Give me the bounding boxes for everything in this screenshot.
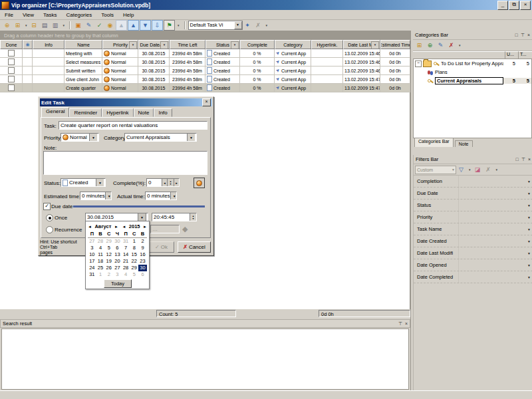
complete-step-left-icon[interactable]: ◂ bbox=[162, 179, 167, 186]
task-view-combo[interactable]: Default Task Vi ▼ bbox=[188, 21, 243, 30]
complete-spinner[interactable]: 0 ◂ ▴▾ ▸ bbox=[146, 178, 180, 187]
filter-dropdown-icon[interactable]: ▼ bbox=[527, 227, 531, 231]
filter-dropdown-icon[interactable]: ▼ bbox=[527, 215, 531, 219]
menu-help[interactable]: Help bbox=[118, 11, 138, 19]
calendar-day[interactable]: 22 bbox=[130, 258, 138, 265]
complete-task-icon[interactable]: ✓ bbox=[94, 21, 104, 30]
column-header-category[interactable]: Category bbox=[275, 40, 311, 49]
tree-item-root[interactable]: − To Do List for Property Appraisers 5 5 bbox=[414, 59, 531, 68]
apply-filter-dropdown-icon[interactable]: ▾ bbox=[469, 168, 471, 172]
pin-icon[interactable]: ⊤ bbox=[521, 33, 525, 38]
calendar-day[interactable]: 13 bbox=[113, 251, 122, 258]
filter-dropdown-icon[interactable]: ▼ bbox=[527, 251, 531, 255]
dialog-tab-hyperlink[interactable]: Hyperlink bbox=[102, 108, 133, 117]
column-header-due-date-tir[interactable]: Due Date&Tir▼ bbox=[138, 40, 170, 49]
apply-filter-icon[interactable]: ▽ bbox=[456, 165, 466, 174]
calendar-day[interactable]: 6 bbox=[138, 271, 147, 278]
restore-button[interactable]: ⧉ bbox=[509, 1, 519, 10]
new-category-icon[interactable]: ⊞ bbox=[414, 41, 424, 50]
new-subcategory-icon[interactable]: ⊕ bbox=[425, 41, 435, 50]
calendar-day[interactable]: 17 bbox=[88, 258, 96, 265]
task-row[interactable]: Select measuresNormal30.08.20152399d 4h … bbox=[0, 58, 410, 66]
tab-note[interactable]: Note bbox=[455, 140, 473, 147]
flag-dropdown-icon[interactable]: ▾ bbox=[178, 23, 180, 27]
dialog-tab-note[interactable]: Note bbox=[134, 108, 154, 117]
view-notes-icon[interactable]: ◉ bbox=[105, 21, 115, 30]
print-dropdown-icon[interactable]: ▾ bbox=[63, 23, 65, 27]
due-time-spinner[interactable]: 20:45:45 ▴▾ bbox=[152, 213, 197, 221]
calendar-day[interactable]: 2 bbox=[138, 238, 147, 245]
actual-time-combo[interactable]: 0 minutes ▼ bbox=[145, 192, 177, 200]
done-checkbox[interactable] bbox=[8, 84, 15, 91]
pin-icon[interactable]: ⊤ bbox=[398, 321, 402, 327]
column-header-complete[interactable]: Complete bbox=[240, 40, 275, 49]
category-combo[interactable]: Current Appraisals ▼ bbox=[124, 133, 197, 142]
task-view-dropdown-icon[interactable]: ▼ bbox=[234, 21, 242, 29]
task-row[interactable]: Submit writtenNormal30.08.20152399d 4h 5… bbox=[0, 66, 410, 75]
calendar-day[interactable]: 7 bbox=[122, 245, 130, 251]
calendar-day[interactable]: 18 bbox=[96, 258, 105, 265]
open-database-icon[interactable]: ⊞ bbox=[13, 21, 23, 30]
dialog-tab-info[interactable]: Info bbox=[154, 108, 172, 117]
calendar-day[interactable]: 31 bbox=[88, 271, 96, 278]
edit-category-icon[interactable]: ✎ bbox=[436, 41, 446, 50]
filter-dropdown-icon[interactable]: ▼ bbox=[527, 239, 531, 243]
calendar-day-selected[interactable]: 30 bbox=[138, 265, 147, 271]
calendar-day[interactable]: 1 bbox=[96, 271, 105, 278]
backup-database-icon[interactable]: ⊟ bbox=[29, 21, 39, 30]
done-checkbox[interactable] bbox=[8, 59, 15, 65]
calendar-day[interactable]: 21 bbox=[122, 258, 130, 265]
task-input[interactable]: Create quarter report on rental valuatio… bbox=[59, 121, 207, 130]
col-total[interactable]: T... bbox=[519, 51, 532, 59]
calendar-day[interactable]: 14 bbox=[122, 251, 130, 258]
add-task-icon[interactable]: ▣ bbox=[73, 21, 83, 30]
calendar-day[interactable]: 31 bbox=[122, 238, 130, 245]
column-header-info[interactable]: Info bbox=[33, 40, 65, 49]
once-radio[interactable] bbox=[46, 214, 53, 221]
collapse-icon[interactable]: − bbox=[415, 61, 422, 67]
column-header-priority[interactable]: Priority▼ bbox=[102, 40, 138, 49]
calendar-day[interactable]: 8 bbox=[130, 245, 138, 251]
prev-month-icon[interactable]: ◄ bbox=[87, 225, 92, 229]
minimize-button[interactable]: _ bbox=[497, 1, 508, 10]
flag-icon[interactable]: ⚑ bbox=[164, 20, 175, 31]
dialog-tab-general[interactable]: General bbox=[41, 107, 69, 118]
calendar-day[interactable]: 5 bbox=[104, 245, 113, 251]
calendar-day[interactable]: 23 bbox=[138, 258, 147, 265]
task-row[interactable]: Meeting withNormal30.08.20152399d 4h 58m… bbox=[0, 49, 410, 58]
next-month-icon[interactable]: ► bbox=[114, 225, 119, 229]
calendar-day[interactable]: 28 bbox=[122, 265, 130, 271]
col-untimed[interactable]: U... bbox=[505, 51, 519, 59]
close-icon[interactable]: × bbox=[405, 321, 408, 327]
next-year-icon[interactable]: ► bbox=[142, 225, 148, 229]
column-filter-icon[interactable]: ▼ bbox=[371, 41, 379, 49]
delete-category-icon[interactable]: ✗ bbox=[446, 41, 456, 50]
calendar-day[interactable]: 19 bbox=[104, 258, 113, 265]
menu-tools[interactable]: Tools bbox=[96, 11, 118, 19]
calendar-day[interactable]: 27 bbox=[88, 238, 96, 245]
open-database-dropdown-icon[interactable]: ▾ bbox=[25, 23, 27, 27]
calendar-day[interactable]: 11 bbox=[96, 251, 105, 258]
recurrence-radio[interactable] bbox=[46, 226, 53, 233]
calendar-day[interactable]: 5 bbox=[130, 271, 138, 278]
due-date-checkbox[interactable]: ✓ bbox=[43, 203, 51, 210]
calendar-day[interactable]: 4 bbox=[96, 245, 105, 251]
filter-dropdown-icon[interactable]: ▼ bbox=[527, 203, 531, 207]
status-dropdown-icon[interactable]: ▼ bbox=[96, 179, 104, 186]
priority-combo[interactable]: Normal ▼ bbox=[61, 133, 99, 142]
calendar-day[interactable]: 9 bbox=[138, 245, 147, 251]
calendar-day[interactable]: 27 bbox=[113, 265, 122, 271]
filter-preset-combo[interactable]: Custom ▼ bbox=[415, 166, 456, 174]
column-header-icon[interactable]: ◉ bbox=[23, 40, 33, 49]
tree-item-current-appraisals[interactable]: Current Appraisals 5 5 bbox=[414, 76, 531, 85]
calendar-day[interactable]: 26 bbox=[104, 265, 113, 271]
done-checkbox[interactable] bbox=[8, 76, 15, 82]
complete-updown-icon[interactable]: ▴▾ bbox=[167, 179, 174, 186]
today-button[interactable]: Today bbox=[104, 279, 132, 288]
calendar-day[interactable]: 30 bbox=[113, 238, 122, 245]
done-checkbox[interactable] bbox=[8, 67, 15, 74]
due-time-updown-icon[interactable]: ▴▾ bbox=[190, 213, 196, 221]
calendar-day[interactable]: 16 bbox=[138, 251, 147, 258]
edit-task-icon[interactable]: ✎ bbox=[84, 21, 94, 30]
restore-icon[interactable]: □ bbox=[515, 33, 518, 38]
